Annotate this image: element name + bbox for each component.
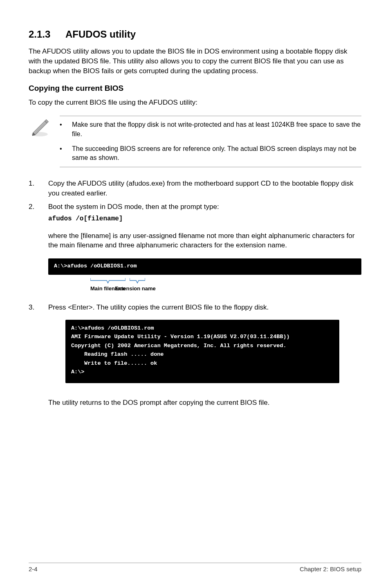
subheading: Copying the current BIOS bbox=[29, 84, 361, 93]
bullet-icon: • bbox=[60, 144, 65, 163]
note-text: The succeeding BIOS screens are for refe… bbox=[72, 144, 361, 163]
step-text: Copy the AFUDOS utility (afudos.exe) fro… bbox=[48, 179, 361, 198]
sub-intro: To copy the current BIOS file using the … bbox=[29, 98, 361, 108]
section-heading: 2.1.3AFUDOS utility bbox=[29, 29, 361, 40]
step-body: Boot the system in DOS mode, then at the… bbox=[48, 202, 361, 223]
terminal-line: Write to file...... ok bbox=[84, 359, 334, 368]
section-number: 2.1.3 bbox=[29, 29, 65, 40]
terminal-output: A:\>afudos /oOLDBIOS1.rom bbox=[48, 258, 361, 275]
note-item: • The succeeding BIOS screens are for re… bbox=[60, 144, 361, 163]
note-text: Make sure that the floppy disk is not wr… bbox=[72, 120, 361, 139]
terminal-line: A:\> bbox=[71, 368, 334, 377]
step-item: 3. Press <Enter>. The utility copies the… bbox=[29, 303, 361, 312]
step-item: 1. Copy the AFUDOS utility (afudos.exe) … bbox=[29, 179, 361, 198]
bracket-icon bbox=[130, 278, 145, 285]
extension-name-label: Extension name bbox=[115, 285, 156, 292]
page-number: 2-4 bbox=[29, 566, 38, 572]
step-text: Boot the system in DOS mode, then at the… bbox=[48, 202, 361, 212]
step-number: 1. bbox=[29, 179, 37, 198]
terminal-line: Copyright (C) 2002 American Megatrends, … bbox=[71, 341, 334, 350]
terminal-line: A:\>afudos /oOLDBIOS1.rom bbox=[54, 263, 137, 269]
code-line: afudos /o[filename] bbox=[48, 214, 361, 223]
terminal-line: A:\>afudos /oOLDBIOS1.rom bbox=[71, 324, 334, 333]
terminal-line: Reading flash ..... done bbox=[84, 350, 334, 359]
step-after-text: where the [filename] is any user-assigne… bbox=[48, 231, 361, 251]
chapter-label: Chapter 2: BIOS setup bbox=[300, 566, 361, 572]
terminal-line: AMI Firmware Update Utility - Version 1.… bbox=[71, 332, 334, 341]
step-text: Press <Enter>. The utility copies the cu… bbox=[48, 303, 361, 312]
step-number: 2. bbox=[29, 202, 37, 223]
intro-paragraph: The AFUDOS utility allows you to update … bbox=[29, 47, 361, 76]
note-item: • Make sure that the floppy disk is not … bbox=[60, 120, 361, 139]
closing-paragraph: The utility returns to the DOS prompt af… bbox=[48, 398, 361, 408]
bracket-icon bbox=[90, 278, 126, 285]
filename-diagram: Main filename Extension name bbox=[48, 278, 361, 294]
section-title-text: AFUDOS utility bbox=[65, 29, 136, 40]
terminal-output: A:\>afudos /oOLDBIOS1.rom AMI Firmware U… bbox=[65, 320, 339, 384]
note-content: • Make sure that the floppy disk is not … bbox=[60, 116, 361, 167]
step-number: 3. bbox=[29, 303, 37, 312]
pen-icon bbox=[29, 116, 51, 140]
step-item: 2. Boot the system in DOS mode, then at … bbox=[29, 202, 361, 223]
page-footer: 2-4 Chapter 2: BIOS setup bbox=[29, 563, 361, 572]
note-block: • Make sure that the floppy disk is not … bbox=[29, 116, 361, 167]
bullet-icon: • bbox=[60, 120, 65, 139]
